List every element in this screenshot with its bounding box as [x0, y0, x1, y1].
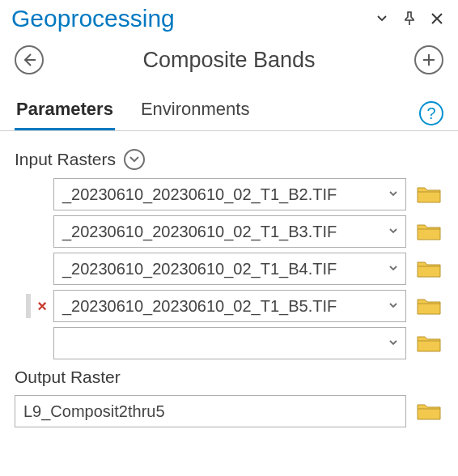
- close-icon[interactable]: [427, 9, 447, 28]
- input-raster-combo[interactable]: _20230610_20230610_02_T1_B3.TIF: [53, 215, 406, 248]
- chevron-down-icon[interactable]: [124, 149, 145, 170]
- output-raster-input[interactable]: L9_Composit2thru5: [15, 395, 406, 427]
- browse-button[interactable]: [414, 219, 443, 244]
- browse-output-button[interactable]: [414, 399, 443, 423]
- input-raster-value: _20230610_20230610_02_T1_B5.TIF: [54, 297, 381, 316]
- input-raster-combo[interactable]: _20230610_20230610_02_T1_B4.TIF: [53, 253, 406, 285]
- back-button[interactable]: [15, 45, 44, 74]
- tab-parameters[interactable]: Parameters: [15, 94, 115, 130]
- tab-environments[interactable]: Environments: [139, 94, 252, 130]
- chevron-down-icon[interactable]: [381, 227, 405, 236]
- help-button[interactable]: ?: [419, 101, 443, 125]
- input-raster-value: _20230610_20230610_02_T1_B4.TIF: [54, 260, 381, 278]
- input-raster-combo[interactable]: [53, 327, 406, 359]
- chevron-down-icon[interactable]: [381, 264, 405, 274]
- menu-dropdown-icon[interactable]: [372, 9, 392, 28]
- input-raster-row: ×_20230610_20230610_02_T1_B5.TIF: [15, 290, 443, 322]
- drag-handle[interactable]: [26, 294, 31, 318]
- chevron-down-icon[interactable]: [381, 301, 405, 311]
- browse-button[interactable]: [414, 182, 443, 206]
- browse-button[interactable]: [414, 331, 443, 355]
- remove-row-button[interactable]: ×: [37, 297, 47, 316]
- add-favorite-button[interactable]: [414, 45, 443, 74]
- browse-button[interactable]: [414, 257, 443, 281]
- input-raster-row: _20230610_20230610_02_T1_B2.TIF: [15, 178, 443, 210]
- pin-icon[interactable]: [400, 9, 419, 28]
- input-rasters-label: Input Rasters: [15, 150, 116, 169]
- output-raster-label: Output Raster: [15, 368, 121, 387]
- output-raster-value: L9_Composit2thru5: [23, 402, 165, 421]
- tool-title: Composite Bands: [44, 48, 414, 73]
- input-raster-combo[interactable]: _20230610_20230610_02_T1_B2.TIF: [53, 178, 406, 210]
- input-raster-row: _20230610_20230610_02_T1_B3.TIF: [15, 215, 443, 248]
- pane-title: Geoprocessing: [11, 5, 364, 32]
- chevron-down-icon[interactable]: [381, 338, 405, 348]
- input-raster-row: _20230610_20230610_02_T1_B4.TIF: [15, 253, 443, 285]
- browse-button[interactable]: [414, 294, 443, 318]
- input-raster-value: _20230610_20230610_02_T1_B3.TIF: [54, 223, 381, 241]
- input-raster-combo[interactable]: _20230610_20230610_02_T1_B5.TIF: [53, 290, 406, 322]
- chevron-down-icon[interactable]: [381, 189, 405, 199]
- input-raster-row: [15, 327, 443, 359]
- input-raster-value: _20230610_20230610_02_T1_B2.TIF: [54, 185, 381, 204]
